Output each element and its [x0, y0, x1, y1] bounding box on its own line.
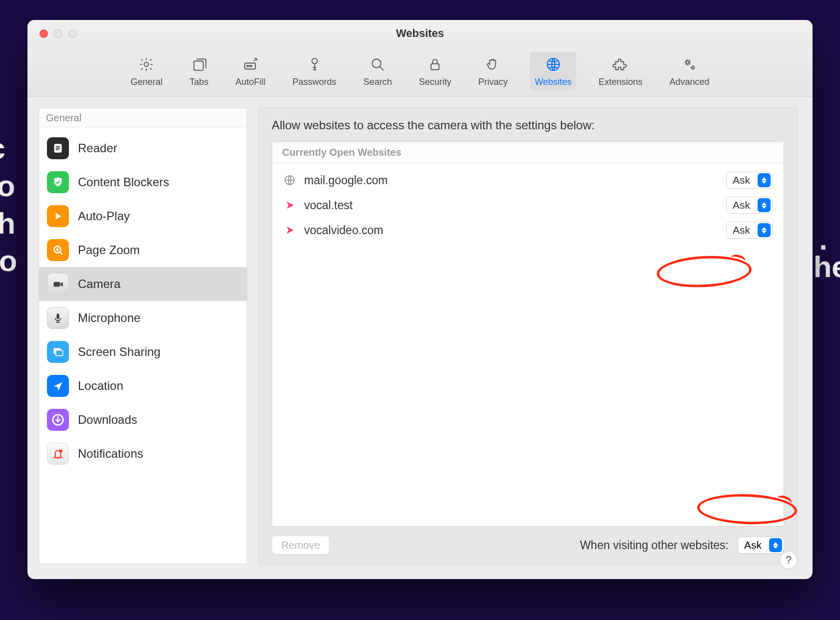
website-name: mail.google.com — [304, 174, 718, 187]
search-icon — [368, 55, 387, 74]
sidebar-item-content-blockers[interactable]: Content Blockers — [39, 165, 247, 199]
website-row[interactable]: vocalvideo.com Ask — [272, 218, 784, 243]
microphone-icon — [47, 307, 69, 329]
select-arrows-icon — [758, 223, 771, 237]
sidebar-item-screen-sharing[interactable]: Screen Sharing — [39, 335, 247, 369]
toolbar-advanced[interactable]: Advanced — [664, 52, 714, 90]
window-title: Websites — [27, 27, 813, 40]
location-icon — [47, 375, 69, 397]
sidebar-item-label: Reader — [78, 141, 117, 155]
sidebar-item-reader[interactable]: Reader — [39, 131, 247, 165]
toolbar-privacy[interactable]: Privacy — [473, 52, 513, 90]
site-favicon-icon — [283, 199, 296, 212]
select-arrows-icon — [758, 198, 771, 212]
sidebar-item-label: Page Zoom — [78, 243, 140, 257]
website-row[interactable]: vocal.test Ask — [272, 193, 784, 218]
svg-point-7 — [372, 59, 381, 67]
toolbar-label: Advanced — [669, 77, 709, 87]
sidebar-item-label: Camera — [78, 277, 120, 291]
sidebar-list: Reader Content Blockers Auto-Play — [39, 127, 247, 475]
websites-list-box: Currently Open Websites mail.google.com … — [272, 141, 784, 527]
sidebar-item-downloads[interactable]: Downloads — [39, 403, 247, 437]
zoom-icon — [47, 239, 69, 261]
toolbar-autofill[interactable]: AutoFill — [231, 52, 271, 90]
globe-icon — [544, 55, 563, 74]
toolbar-label: General — [130, 77, 162, 87]
sidebar-item-camera[interactable]: Camera — [39, 267, 247, 301]
bell-icon — [47, 443, 69, 465]
titlebar: Websites — [27, 20, 813, 47]
main-panel: Allow websites to access the camera with… — [258, 108, 798, 564]
play-icon — [47, 205, 69, 227]
background-fragment-right: her — [814, 250, 840, 284]
sidebar-item-label: Downloads — [78, 413, 137, 427]
sidebar-item-location[interactable]: Location — [39, 369, 247, 403]
gear-icon — [137, 55, 156, 74]
toolbar-label: Passwords — [293, 77, 337, 87]
camera-icon — [47, 273, 69, 295]
sidebar-item-label: Location — [78, 379, 123, 393]
reader-icon — [47, 137, 69, 159]
help-button[interactable]: ? — [780, 551, 798, 569]
svg-point-3 — [247, 65, 248, 66]
permission-select[interactable]: Ask — [726, 222, 773, 239]
website-row[interactable]: mail.google.com Ask — [272, 168, 784, 193]
svg-rect-13 — [56, 146, 60, 147]
site-favicon-icon — [283, 224, 296, 237]
remove-button[interactable]: Remove — [272, 536, 330, 555]
toolbar-security[interactable]: Security — [414, 52, 456, 90]
sidebar: General Reader Content Blockers — [38, 108, 247, 564]
toolbar-websites[interactable]: Websites — [530, 52, 577, 90]
svg-rect-8 — [431, 64, 439, 70]
select-value: Ask — [733, 224, 758, 236]
toolbar-label: Extensions — [598, 77, 642, 87]
websites-list-header: Currently Open Websites — [272, 142, 784, 164]
toolbar-passwords[interactable]: Passwords — [288, 52, 342, 90]
permission-select[interactable]: Ask — [726, 172, 773, 189]
shield-check-icon — [47, 171, 69, 193]
sidebar-item-page-zoom[interactable]: Page Zoom — [39, 233, 247, 267]
select-value: Ask — [733, 199, 758, 211]
other-websites-select[interactable]: Ask — [738, 537, 784, 554]
other-websites-label: When visiting other websites: — [580, 539, 729, 552]
svg-point-10 — [686, 61, 689, 64]
toolbar-tabs[interactable]: Tabs — [185, 52, 214, 90]
svg-point-5 — [251, 65, 252, 66]
toolbar-label: Security — [419, 77, 451, 87]
toolbar-label: Tabs — [190, 77, 209, 87]
svg-rect-15 — [56, 149, 59, 150]
globe-icon — [283, 174, 296, 187]
puzzle-icon — [611, 55, 630, 74]
website-name: vocalvideo.com — [304, 224, 718, 237]
sidebar-item-microphone[interactable]: Microphone — [39, 301, 247, 335]
screen-sharing-icon — [47, 341, 69, 363]
svg-rect-20 — [56, 350, 63, 356]
sidebar-item-notifications[interactable]: Notifications — [39, 437, 247, 471]
autofill-icon — [241, 55, 260, 74]
svg-rect-14 — [56, 148, 60, 149]
toolbar-extensions[interactable]: Extensions — [593, 52, 647, 90]
key-icon — [305, 55, 324, 74]
sidebar-header: General — [39, 108, 247, 127]
websites-list: mail.google.com Ask vocal.test Ask — [272, 164, 784, 247]
hand-icon — [483, 55, 502, 74]
svg-rect-1 — [194, 61, 203, 70]
toolbar-label: Websites — [535, 77, 572, 87]
toolbar-label: Search — [364, 77, 392, 87]
svg-rect-18 — [56, 313, 59, 319]
select-value: Ask — [744, 539, 769, 551]
sidebar-item-label: Screen Sharing — [78, 345, 160, 359]
permission-select[interactable]: Ask — [726, 197, 773, 214]
sidebar-item-label: Content Blockers — [78, 175, 169, 189]
panel-footer: Remove When visiting other websites: Ask — [272, 527, 784, 555]
toolbar: General Tabs AutoFill Passwords Search — [27, 47, 813, 97]
tabs-icon — [190, 55, 209, 74]
sidebar-item-auto-play[interactable]: Auto-Play — [39, 199, 247, 233]
sidebar-item-label: Microphone — [78, 311, 140, 325]
svg-point-6 — [312, 58, 317, 64]
toolbar-general[interactable]: General — [125, 52, 167, 90]
toolbar-search[interactable]: Search — [359, 52, 397, 90]
svg-point-22 — [59, 449, 62, 453]
select-arrows-icon — [758, 173, 771, 187]
website-name: vocal.test — [304, 199, 718, 212]
